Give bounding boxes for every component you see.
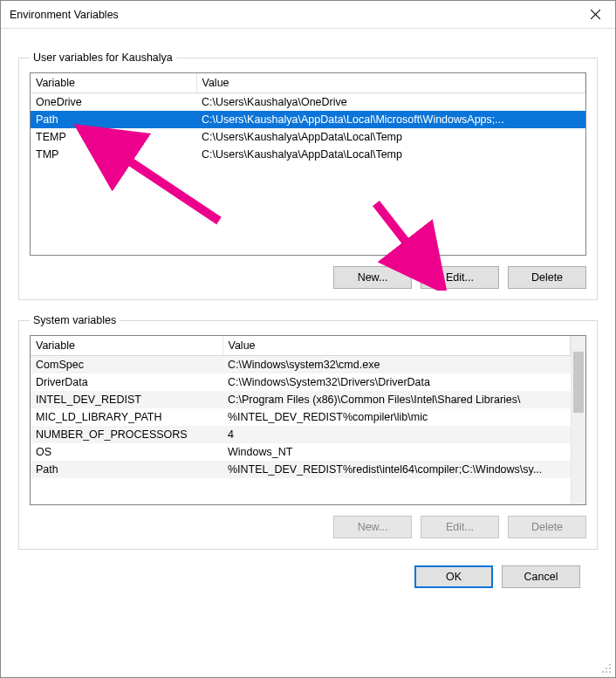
system-variables-group: System variables Variable Value ComSpecC… bbox=[18, 314, 598, 550]
cell-value: C:\Windows\system32\cmd.exe bbox=[222, 356, 571, 374]
table-row[interactable]: OneDriveC:\Users\Kaushalya\OneDrive bbox=[31, 93, 585, 112]
cell-value: 4 bbox=[222, 426, 571, 443]
env-variables-dialog: Environment Variables User variables for… bbox=[0, 0, 616, 678]
system-scrollbar[interactable] bbox=[571, 336, 585, 504]
cell-value: %INTEL_DEV_REDIST%compiler\lib\mic bbox=[222, 408, 571, 426]
cell-variable: OneDrive bbox=[31, 93, 196, 112]
cell-variable: MIC_LD_LIBRARY_PATH bbox=[31, 408, 222, 426]
table-row[interactable]: OSWindows_NT bbox=[31, 443, 571, 461]
cell-variable: OS bbox=[31, 443, 222, 461]
user-edit-button[interactable]: Edit... bbox=[421, 266, 499, 289]
system-button-row: New... Edit... Delete bbox=[30, 516, 586, 538]
cell-value: %INTEL_DEV_REDIST%redist\intel64\compile… bbox=[222, 461, 571, 478]
close-button[interactable] bbox=[575, 1, 615, 28]
table-row[interactable]: TEMPC:\Users\Kaushalya\AppData\Local\Tem… bbox=[31, 128, 585, 146]
user-variables-group: User variables for Kaushalya Variable Va… bbox=[18, 51, 598, 300]
table-row[interactable]: ComSpecC:\Windows\system32\cmd.exe bbox=[31, 356, 571, 374]
dialog-footer: OK Cancel bbox=[18, 550, 598, 588]
cell-variable: DriverData bbox=[31, 373, 222, 391]
cell-value: C:\Users\Kaushalya\AppData\Local\Microso… bbox=[196, 111, 585, 128]
cell-variable: ComSpec bbox=[31, 356, 222, 374]
cell-variable: Path bbox=[31, 111, 196, 128]
table-row[interactable]: TMPC:\Users\Kaushalya\AppData\Local\Temp bbox=[31, 146, 585, 163]
table-row[interactable]: INTEL_DEV_REDISTC:\Program Files (x86)\C… bbox=[31, 391, 571, 408]
cell-value: C:\Users\Kaushalya\OneDrive bbox=[196, 93, 585, 112]
table-row[interactable]: NUMBER_OF_PROCESSORS4 bbox=[31, 426, 571, 443]
system-new-button: New... bbox=[333, 516, 412, 538]
user-button-row: New... Edit... Delete bbox=[30, 266, 586, 289]
cell-value: C:\Users\Kaushalya\AppData\Local\Temp bbox=[196, 128, 585, 146]
table-row[interactable]: DriverDataC:\Windows\System32\Drivers\Dr… bbox=[31, 373, 571, 391]
cell-value: Windows_NT bbox=[222, 443, 571, 461]
svg-point-8 bbox=[609, 671, 611, 673]
user-delete-button[interactable]: Delete bbox=[508, 266, 586, 289]
user-col-value[interactable]: Value bbox=[196, 73, 585, 93]
sys-col-value[interactable]: Value bbox=[222, 336, 571, 356]
svg-point-9 bbox=[606, 668, 607, 669]
table-row[interactable]: Path%INTEL_DEV_REDIST%redist\intel64\com… bbox=[31, 461, 571, 478]
close-icon bbox=[591, 10, 600, 19]
cell-variable: TEMP bbox=[31, 128, 196, 146]
titlebar: Environment Variables bbox=[1, 1, 615, 29]
user-variables-table: Variable Value OneDriveC:\Users\Kaushaly… bbox=[31, 73, 585, 163]
dialog-content: User variables for Kaushalya Variable Va… bbox=[1, 29, 615, 677]
table-row[interactable]: MIC_LD_LIBRARY_PATH%INTEL_DEV_REDIST%com… bbox=[31, 408, 571, 426]
cell-value: C:\Program Files (x86)\Common Files\Inte… bbox=[222, 391, 571, 408]
cell-variable: TMP bbox=[31, 146, 196, 163]
sys-col-variable[interactable]: Variable bbox=[31, 336, 222, 356]
resize-gripper-icon[interactable] bbox=[601, 663, 612, 674]
svg-point-10 bbox=[606, 671, 607, 673]
system-variables-table-wrap[interactable]: Variable Value ComSpecC:\Windows\system3… bbox=[30, 335, 586, 505]
svg-point-11 bbox=[602, 671, 604, 673]
svg-point-7 bbox=[609, 668, 611, 669]
cell-variable: NUMBER_OF_PROCESSORS bbox=[31, 426, 222, 443]
scrollbar-thumb[interactable] bbox=[573, 352, 584, 413]
user-new-button[interactable]: New... bbox=[333, 266, 412, 289]
cell-variable: INTEL_DEV_REDIST bbox=[31, 391, 222, 408]
cancel-button[interactable]: Cancel bbox=[502, 565, 580, 588]
cell-value: C:\Users\Kaushalya\AppData\Local\Temp bbox=[196, 146, 585, 163]
system-variables-legend: System variables bbox=[30, 314, 120, 326]
system-delete-button: Delete bbox=[508, 516, 586, 538]
system-variables-table: Variable Value ComSpecC:\Windows\system3… bbox=[31, 336, 571, 478]
table-row[interactable]: PathC:\Users\Kaushalya\AppData\Local\Mic… bbox=[31, 111, 585, 128]
cell-variable: Path bbox=[31, 461, 222, 478]
user-variables-legend: User variables for Kaushalya bbox=[30, 51, 176, 64]
cell-value: C:\Windows\System32\Drivers\DriverData bbox=[222, 373, 571, 391]
user-variables-table-wrap[interactable]: Variable Value OneDriveC:\Users\Kaushaly… bbox=[30, 72, 586, 256]
user-col-variable[interactable]: Variable bbox=[31, 73, 196, 93]
system-edit-button: Edit... bbox=[421, 516, 499, 538]
window-title: Environment Variables bbox=[10, 9, 575, 21]
svg-point-6 bbox=[609, 664, 611, 666]
ok-button[interactable]: OK bbox=[414, 565, 493, 588]
